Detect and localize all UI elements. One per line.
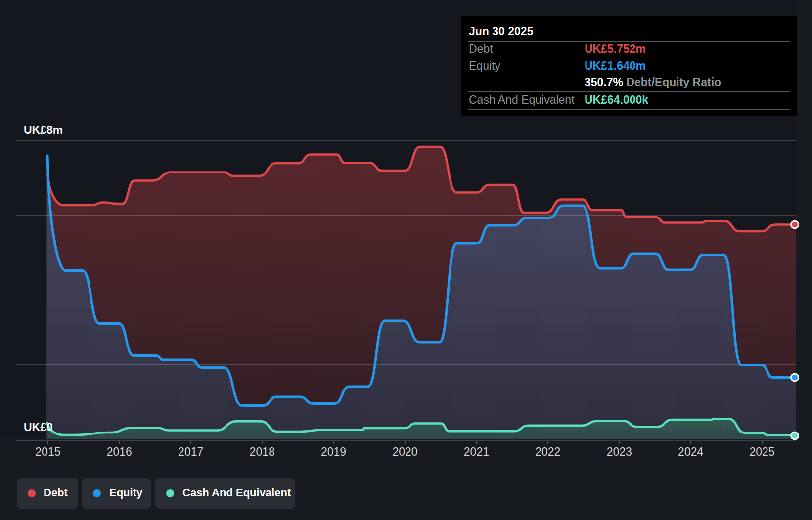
svg-text:UK£8m: UK£8m	[24, 124, 63, 136]
svg-text:2018: 2018	[250, 445, 275, 458]
svg-text:2023: 2023	[607, 445, 632, 458]
svg-text:2021: 2021	[464, 445, 489, 458]
svg-text:2015: 2015	[35, 445, 60, 458]
svg-text:2022: 2022	[535, 445, 560, 458]
svg-text:2016: 2016	[107, 445, 132, 458]
svg-text:UK£0: UK£0	[24, 421, 53, 433]
svg-text:2025: 2025	[750, 445, 775, 458]
svg-text:2020: 2020	[392, 445, 417, 458]
svg-text:2017: 2017	[178, 445, 203, 458]
svg-text:2019: 2019	[321, 445, 346, 458]
svg-text:2024: 2024	[678, 445, 703, 458]
